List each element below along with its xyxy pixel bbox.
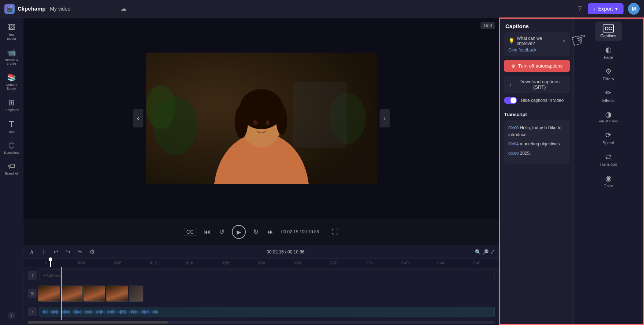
transcript-entry-0[interactable]: 00:00 Hello, today I'd like to introduce: [508, 125, 565, 138]
captions-toggle-btn[interactable]: CC: [184, 228, 196, 236]
video-next-button[interactable]: ›: [380, 109, 390, 127]
forward-button[interactable]: ↻: [252, 226, 260, 237]
skip-start-button[interactable]: ⏮: [202, 227, 212, 237]
fade-icon: ◐: [605, 45, 611, 54]
export-button[interactable]: ↑ Export ▾: [588, 3, 624, 14]
sidebar-item-templates[interactable]: ⊞ Templates: [1, 95, 22, 115]
captions-panel-title: Captions: [500, 19, 573, 32]
video-preview: [146, 53, 377, 184]
give-feedback-link[interactable]: Give feedback: [508, 47, 565, 53]
transcript-entry-2[interactable]: 00:08 2025.: [508, 150, 565, 157]
sidebar-item-record-create[interactable]: 📹 Record & create: [1, 45, 22, 69]
text-track-add[interactable]: + Add text: [39, 269, 495, 281]
timeline-undo-btn[interactable]: ↩: [52, 247, 60, 256]
zoom-in-btn[interactable]: 🔎: [482, 249, 489, 255]
timeline-scrollbar[interactable]: [28, 321, 495, 324]
ruler-mark: 0: [28, 261, 64, 265]
right-panel-item-transition[interactable]: ⇄ Transition: [595, 149, 622, 169]
video-thumb-4[interactable]: [106, 286, 128, 302]
playhead-dot: [49, 257, 52, 261]
video-thumb-1[interactable]: [38, 286, 60, 302]
video-thumb-2[interactable]: [61, 286, 83, 302]
timeline-expand-btn[interactable]: ⤢: [490, 248, 495, 255]
sidebar-item-text[interactable]: T Text: [1, 116, 22, 137]
captions-panel: Captions 💡 What can we improve? ∨ Give f…: [500, 19, 573, 324]
tl-collapse-btn[interactable]: ∧: [28, 247, 36, 256]
avatar[interactable]: M: [628, 3, 640, 15]
fullscreen-button[interactable]: ⛶: [332, 228, 339, 236]
svg-point-12: [265, 120, 270, 125]
sidebar-item-brand-kit[interactable]: 🏷 Brand kit: [1, 159, 22, 179]
magic-wand-btn[interactable]: ☁: [118, 4, 129, 14]
svg-rect-4: [293, 82, 347, 148]
download-icon: ↓: [509, 82, 512, 87]
zoom-out-btn[interactable]: 🔍: [475, 249, 481, 255]
adjust-colors-icon: ◑: [605, 110, 611, 119]
playback-controls: CC ⏮ ↺ ▶ ↻ ⏭ 00:02.15 / 00:10.86 ⛶: [23, 219, 499, 245]
rewind-button[interactable]: ↺: [218, 226, 226, 237]
transcript-text-1: marketing objectives: [520, 141, 560, 146]
timeline-settings-btn[interactable]: ⚙: [88, 247, 97, 256]
transition-label: Transition: [600, 162, 617, 167]
transcript-entry-1[interactable]: 00:04 marketing objectives: [508, 141, 565, 148]
timeline-select-tool[interactable]: ⊹: [39, 247, 48, 256]
play-button[interactable]: ▶: [232, 225, 246, 239]
ruler-mark: 0:36: [351, 261, 387, 265]
download-srt-button[interactable]: ↓ Download captions (SRT): [504, 76, 570, 93]
video-prev-button[interactable]: ‹: [133, 109, 143, 127]
sidebar-item-your-media[interactable]: 🖼 Your media: [1, 20, 22, 44]
sidebar-item-transitions[interactable]: ⬡ Transitions: [1, 138, 22, 158]
video-title-input[interactable]: [50, 6, 114, 12]
playhead[interactable]: [50, 259, 51, 267]
video-track-label: 🎬: [28, 289, 37, 298]
color-label: Color: [603, 184, 613, 188]
video-area: 16:9 ‹: [23, 18, 499, 219]
right-panel-item-effects[interactable]: ✏ Effects: [595, 85, 622, 106]
center-content: 16:9 ‹: [23, 18, 499, 325]
transcript-section: Transcript 00:00 Hello, today I'd like t…: [504, 112, 570, 164]
speed-icon: ⟳: [605, 131, 611, 139]
video-thumb-5[interactable]: [129, 286, 143, 302]
timeline-tracks: T + Add text 🎬: [23, 267, 499, 320]
brand-kit-icon: 🏷: [8, 162, 15, 171]
filters-label: Filters: [603, 77, 614, 81]
right-panel-item-speed[interactable]: ⟳ Speed: [595, 128, 622, 148]
video-thumb-3[interactable]: [83, 286, 105, 302]
right-panel-item-filters[interactable]: ⚙ Filters: [595, 64, 622, 84]
ruler-marks: 0 0:04 0:08 0:12 0:16 0:20 0:24 0:28 0:3…: [28, 261, 495, 265]
audio-track-row: ♪: [28, 305, 495, 318]
hide-captions-label: Hide captions in video: [521, 98, 564, 103]
transcript-text-2: 2025.: [520, 151, 531, 156]
sidebar-item-label-templates: Templates: [4, 108, 19, 112]
skip-end-button[interactable]: ⏭: [266, 227, 275, 237]
ruler-mark: 0:24: [243, 261, 279, 265]
text-track-row: T + Add text: [28, 269, 495, 282]
download-label: Download captions (SRT): [515, 79, 565, 90]
ruler-mark: 0:44: [423, 261, 459, 265]
timeline-toolbar: ∧ ⊹ ↩ ↪ ✂ ⚙ 00:02.15 / 00:10.86 🔍 🔎 ⤢: [23, 245, 499, 259]
timeline-area: ∧ ⊹ ↩ ↪ ✂ ⚙ 00:02.15 / 00:10.86 🔍 🔎 ⤢ 0 …: [23, 245, 499, 325]
sidebar-item-content-library[interactable]: 📚 Content library: [1, 70, 22, 94]
help-button[interactable]: ?: [577, 3, 583, 14]
video-track-row: 🎬: [28, 284, 495, 303]
effects-icon: ✏: [605, 88, 611, 97]
right-panel-item-color[interactable]: ◉ Color: [595, 171, 622, 191]
hide-captions-toggle[interactable]: [504, 97, 517, 104]
sidebar-collapse-button[interactable]: ›: [8, 312, 15, 319]
ruler-mark: 0:40: [387, 261, 423, 265]
app-logo: 🎬 Clipchamp: [4, 4, 46, 14]
timeline-cut-btn[interactable]: ✂: [76, 247, 84, 256]
right-panel-item-adjust-colors[interactable]: ◑ Adjust colors: [595, 107, 622, 126]
audio-track-content[interactable]: [39, 307, 495, 317]
captions-tool-label: Captions: [600, 34, 616, 38]
feedback-chevron-icon[interactable]: ∨: [562, 38, 565, 43]
right-panel-item-fade[interactable]: ◐ Fade: [595, 42, 622, 62]
hide-captions-row: Hide captions in video: [504, 97, 570, 104]
divider: [500, 110, 573, 110]
timeline-redo-btn[interactable]: ↪: [64, 247, 72, 256]
video-container: ‹: [146, 53, 377, 184]
turn-off-autocaptions-button[interactable]: ⊗ Turn off autocaptions: [504, 60, 570, 72]
svg-point-11: [253, 120, 257, 125]
right-panel-item-captions[interactable]: CC Captions: [595, 22, 622, 41]
turn-off-label: Turn off autocaptions: [518, 63, 562, 69]
